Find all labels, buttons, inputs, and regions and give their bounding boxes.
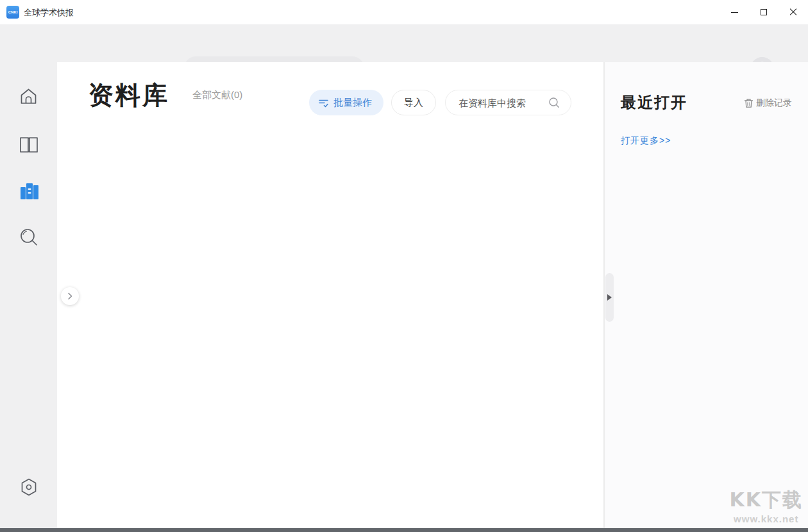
batch-operations-button[interactable]: 批量操作 [309, 90, 383, 115]
sidebar-item-reader[interactable] [0, 130, 57, 160]
sidebar-item-home[interactable] [0, 81, 57, 111]
doc-count-label: 全部文献(0) [192, 89, 242, 101]
search-icon [19, 227, 39, 247]
trash-icon [744, 98, 753, 108]
page-title: 资料库 [88, 78, 169, 113]
recent-panel: 最近打开 删除记录 打开更多>> [605, 62, 808, 528]
close-button[interactable] [779, 0, 808, 24]
sidebar-item-library[interactable] [0, 177, 57, 206]
home-icon [19, 87, 38, 106]
recent-panel-title: 最近打开 [621, 92, 687, 113]
delete-records-label: 删除记录 [756, 97, 792, 109]
minimize-button[interactable] [720, 0, 749, 24]
import-button[interactable]: 导入 [391, 90, 436, 115]
batch-operations-label: 批量操作 [333, 97, 372, 109]
app-logo-icon: CNKI [6, 6, 19, 19]
sidebar [0, 62, 57, 528]
sidebar-item-settings[interactable] [0, 472, 57, 502]
main-panel: 资料库 全部文献(0) 批量操作 导入 [57, 62, 603, 528]
panel-collapse-handle[interactable] [605, 273, 614, 322]
open-more-link[interactable]: 打开更多>> [621, 135, 671, 147]
import-label: 导入 [404, 97, 423, 108]
minimize-icon [731, 12, 738, 13]
toolbar [0, 24, 808, 62]
maximize-icon [761, 9, 767, 15]
delete-records-button[interactable]: 删除记录 [744, 97, 792, 109]
library-icon [19, 181, 39, 202]
library-search-input[interactable] [459, 97, 548, 108]
triangle-right-icon [607, 294, 612, 301]
window-controls [720, 0, 808, 24]
sidebar-expand-button[interactable] [61, 287, 79, 305]
library-search-bar[interactable] [445, 90, 571, 115]
window-title: 全球学术快报 [24, 7, 74, 19]
close-icon [789, 8, 797, 16]
gear-icon [19, 477, 39, 497]
book-icon [19, 136, 39, 154]
search-icon [548, 97, 560, 108]
sidebar-item-search[interactable] [0, 222, 57, 252]
maximize-button[interactable] [749, 0, 779, 24]
title-bar: CNKI 全球学术快报 [0, 0, 808, 24]
app-window: CNKI 全球学术快报 [0, 0, 808, 532]
window-bottom-edge [0, 528, 808, 532]
batch-list-icon [318, 97, 329, 108]
chevron-right-icon [66, 292, 74, 300]
